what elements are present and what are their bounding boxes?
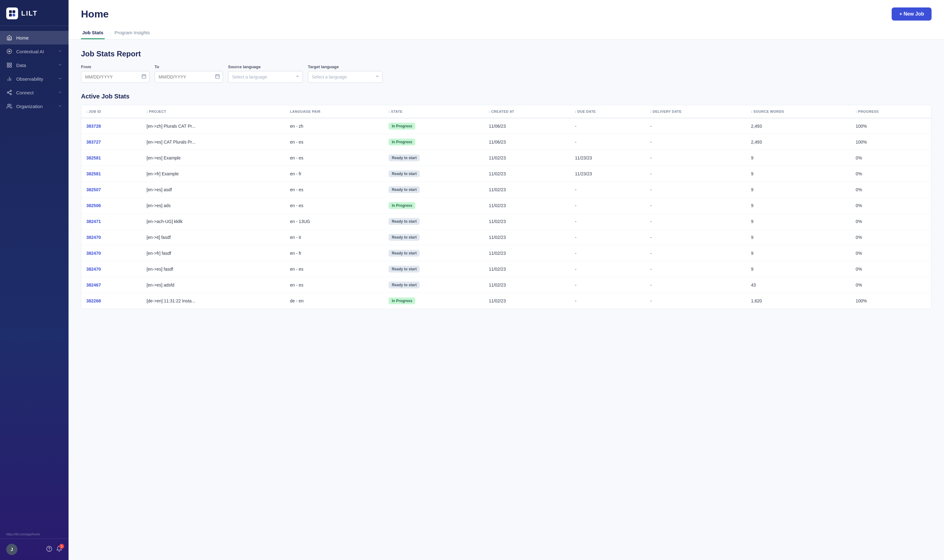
- cell-project: [en->es] adsfd: [142, 277, 285, 293]
- cell-language-pair: en - it: [285, 229, 384, 245]
- job-id-link[interactable]: 382470: [86, 235, 101, 240]
- sidebar-item-label-org: Organization: [16, 104, 54, 109]
- cell-job-id: 382470: [81, 261, 142, 277]
- job-id-link[interactable]: 383728: [86, 124, 101, 129]
- svg-rect-0: [9, 10, 12, 13]
- status-badge: In Progress: [388, 202, 415, 209]
- target-language-select[interactable]: Select a language: [308, 71, 383, 83]
- status-badge: In Progress: [388, 297, 415, 304]
- chevron-down-icon: [58, 49, 62, 54]
- tab-job-stats[interactable]: Job Stats: [81, 27, 105, 39]
- sidebar-item-data[interactable]: Data: [0, 58, 69, 72]
- cell-language-pair: en - es: [285, 150, 384, 166]
- status-badge: Ready to start: [388, 154, 420, 162]
- sidebar-item-contextual-ai[interactable]: Contextual AI: [0, 45, 69, 58]
- to-date-input[interactable]: [154, 71, 223, 83]
- cell-job-id: 382506: [81, 198, 142, 214]
- col-header-project[interactable]: : PROJECT: [142, 105, 285, 118]
- jobs-table: : JOB ID : PROJECT LANGUAGE PAIR : STATE…: [81, 105, 932, 309]
- job-id-link[interactable]: 382471: [86, 219, 101, 224]
- col-header-progress[interactable]: : PROGRESS: [851, 105, 931, 118]
- logo-icon: [6, 8, 18, 19]
- brain-icon: [6, 48, 12, 54]
- job-id-link[interactable]: 382268: [86, 298, 101, 303]
- cell-state: In Progress: [383, 134, 484, 150]
- cell-project: [en->fr] fasdf: [142, 245, 285, 261]
- help-icon[interactable]: [46, 546, 52, 553]
- cell-progress: 0%: [851, 245, 931, 261]
- col-header-created-at[interactable]: : CREATED AT: [484, 105, 570, 118]
- svg-point-18: [8, 104, 10, 106]
- sidebar-url: https://lilt.com/app/home: [0, 531, 69, 538]
- sidebar-bottom-icons: 5: [46, 546, 62, 553]
- from-filter: From: [81, 65, 149, 83]
- sidebar-item-label-ai: Contextual AI: [16, 49, 54, 54]
- cell-progress: 0%: [851, 166, 931, 182]
- cell-progress: 0%: [851, 229, 931, 245]
- cell-delivery-date: -: [645, 214, 746, 229]
- cell-created-at: 11/02/23: [484, 182, 570, 198]
- cell-project: [en->fr] Example: [142, 166, 285, 182]
- chart-icon: [6, 76, 12, 82]
- table-row: 382470 [en->fr] fasdf en - fr Ready to s…: [81, 245, 931, 261]
- job-id-link[interactable]: 382470: [86, 251, 101, 256]
- job-id-link[interactable]: 382581: [86, 155, 101, 160]
- sidebar-item-label-data: Data: [16, 63, 54, 68]
- col-header-job-id[interactable]: : JOB ID: [81, 105, 142, 118]
- status-badge: Ready to start: [388, 282, 420, 288]
- cell-delivery-date: -: [645, 134, 746, 150]
- cell-delivery-date: -: [645, 150, 746, 166]
- content-area: Job Stats Report From To: [69, 40, 944, 560]
- cell-job-id: 382470: [81, 229, 142, 245]
- job-id-link[interactable]: 382581: [86, 171, 101, 176]
- status-badge: Ready to start: [388, 218, 420, 225]
- cell-state: Ready to start: [383, 245, 484, 261]
- new-job-button[interactable]: + New Job: [892, 8, 932, 20]
- notifications-icon[interactable]: 5: [56, 546, 62, 553]
- avatar[interactable]: J: [6, 544, 17, 555]
- cell-due-date: -: [570, 134, 645, 150]
- svg-rect-9: [10, 66, 12, 67]
- job-id-link[interactable]: 382470: [86, 267, 101, 272]
- col-header-source-words[interactable]: : SOURCE WORDS: [746, 105, 850, 118]
- col-header-due-date[interactable]: : DUE DATE: [570, 105, 645, 118]
- col-header-delivery-date[interactable]: : DELIVERY DATE: [645, 105, 746, 118]
- job-id-link[interactable]: 382506: [86, 203, 101, 208]
- sidebar-item-connect[interactable]: Connect: [0, 86, 69, 99]
- job-id-link[interactable]: 382507: [86, 187, 101, 192]
- main-header: Home + New Job Job Stats Program Insight…: [69, 0, 944, 40]
- cell-due-date: -: [570, 245, 645, 261]
- job-id-link[interactable]: 383727: [86, 140, 101, 145]
- cell-state: In Progress: [383, 118, 484, 134]
- cell-job-id: 382467: [81, 277, 142, 293]
- cell-state: Ready to start: [383, 182, 484, 198]
- sidebar-nav: Home Contextual AI Data: [0, 28, 69, 531]
- table-row: 382581 [en->es] Example en - es Ready to…: [81, 150, 931, 166]
- col-header-state[interactable]: : STATE: [383, 105, 484, 118]
- cell-progress: 0%: [851, 214, 931, 229]
- cell-due-date: 11/23/23: [570, 150, 645, 166]
- cell-delivery-date: -: [645, 198, 746, 214]
- svg-rect-2: [9, 14, 12, 17]
- chevron-down-icon-2: [58, 63, 62, 68]
- table-row: 382470 [en->es] fasdf en - es Ready to s…: [81, 261, 931, 277]
- cell-source-words: 2,493: [746, 118, 850, 134]
- sidebar-item-organization[interactable]: Organization: [0, 99, 69, 113]
- cell-language-pair: en - es: [285, 261, 384, 277]
- main-content: Home + New Job Job Stats Program Insight…: [69, 0, 944, 560]
- cell-state: In Progress: [383, 198, 484, 214]
- table-row: 382470 [en->it] fasdf en - it Ready to s…: [81, 229, 931, 245]
- cell-source-words: 43: [746, 277, 850, 293]
- tab-program-insights[interactable]: Program Insights: [113, 27, 151, 39]
- cell-job-id: 383728: [81, 118, 142, 134]
- from-date-input[interactable]: [81, 71, 149, 83]
- sidebar-item-home[interactable]: Home: [0, 31, 69, 45]
- cell-delivery-date: -: [645, 182, 746, 198]
- source-language-select[interactable]: Select a language: [228, 71, 303, 83]
- sidebar-item-observability[interactable]: Observability: [0, 72, 69, 86]
- cell-source-words: 9: [746, 261, 850, 277]
- cell-created-at: 11/02/23: [484, 293, 570, 309]
- cell-language-pair: en - es: [285, 198, 384, 214]
- job-id-link[interactable]: 382467: [86, 283, 101, 288]
- cell-due-date: -: [570, 293, 645, 309]
